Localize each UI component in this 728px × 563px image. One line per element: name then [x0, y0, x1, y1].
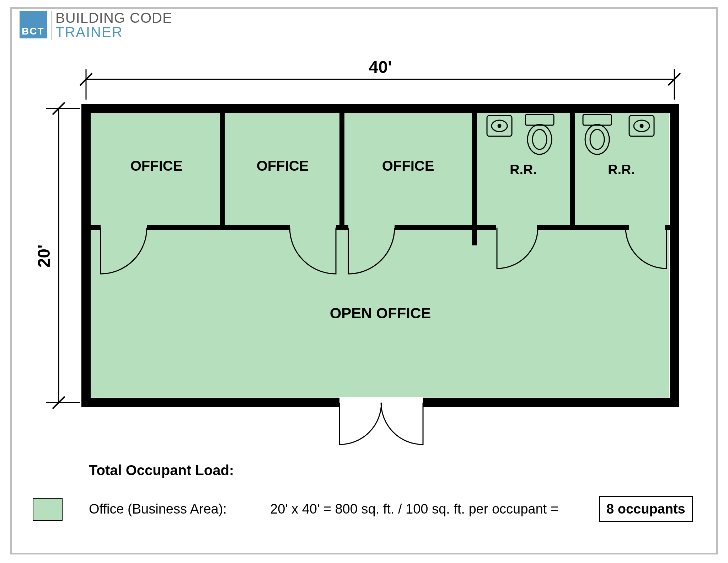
exterior-door — [339, 397, 423, 445]
building-envelope — [86, 108, 674, 403]
floor-plan: 40' 20' — [0, 0, 728, 563]
legend-swatch-office — [33, 498, 63, 521]
dimension-height-label: 20' — [34, 245, 53, 268]
svg-point-31 — [498, 124, 501, 127]
legend-label-office: Office (Business Area): — [89, 501, 227, 517]
room-label-office3: OFFICE — [382, 158, 434, 174]
room-label-office1: OFFICE — [130, 158, 183, 174]
room-label-open-office: OPEN OFFICE — [330, 305, 431, 322]
svg-rect-10 — [91, 113, 669, 398]
room-label-rr2: R.R. — [608, 162, 635, 177]
room-label-office2: OFFICE — [257, 158, 309, 174]
dimension-height: 20' — [34, 102, 80, 409]
dimension-width: 40' — [80, 58, 680, 100]
occupant-load-result: 8 occupants — [599, 496, 693, 522]
occupant-load-title: Total Occupant Load: — [89, 462, 234, 478]
occupant-load-calc: 20' x 40' = 800 sq. ft. / 100 sq. ft. pe… — [270, 501, 558, 517]
room-label-rr1: R.R. — [510, 162, 537, 177]
dimension-width-label: 40' — [369, 58, 392, 76]
svg-point-40 — [640, 124, 643, 127]
